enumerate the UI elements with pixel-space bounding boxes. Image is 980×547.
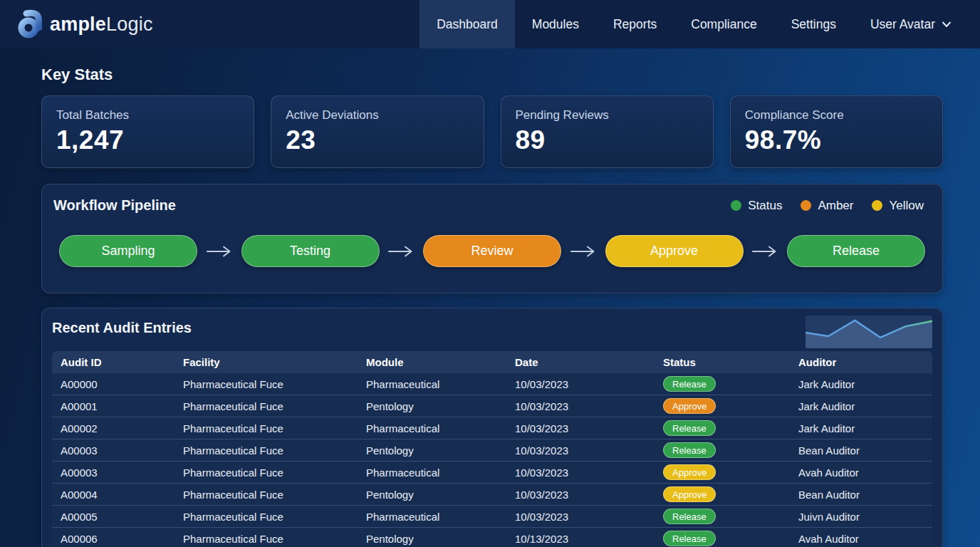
cell-facility: Pharmaceutical Fuce xyxy=(183,489,366,501)
brand-name-light: Logic xyxy=(106,14,153,35)
cell-module: Pentology xyxy=(366,444,515,457)
col-status: Status xyxy=(663,356,798,368)
stat-card-active-deviations: Active Deviations23 xyxy=(271,95,484,168)
workflow-pipeline-panel: Workflow Pipeline StatusAmberYellow Samp… xyxy=(41,184,943,293)
status-badge: Release xyxy=(663,420,716,436)
stage-arrow xyxy=(752,245,778,258)
stage-arrow xyxy=(388,245,414,258)
stat-card-value: 23 xyxy=(286,125,469,155)
arrow-right-icon xyxy=(207,245,232,258)
stat-cards: Total Batches1,247Active Deviations23Pen… xyxy=(41,95,943,168)
status-badge: Release xyxy=(663,509,716,524)
cell-facility: Pharmaceutical Fuce xyxy=(183,467,366,479)
table-row[interactable]: A00004Pharmaceutical FucePentology10/03/… xyxy=(52,484,932,506)
top-nav: ampleLogic DashboardModulesReportsCompli… xyxy=(0,0,980,48)
stage-release[interactable]: Release xyxy=(787,235,925,267)
user-menu[interactable]: User Avatar xyxy=(853,0,969,48)
cell-auditor: Juivn Auditor xyxy=(798,511,932,523)
legend-dot-icon xyxy=(801,200,811,211)
stat-card-label: Total Batches xyxy=(56,108,239,123)
legend-dot-icon xyxy=(731,200,741,211)
brand-logo[interactable]: ampleLogic xyxy=(17,9,153,40)
cell-auditor: Avah Auditor xyxy=(798,533,932,545)
cell-date: 10/03/2023 xyxy=(515,444,663,457)
stage-arrow xyxy=(207,245,232,258)
pipeline-legend: StatusAmberYellow xyxy=(731,199,931,213)
table-row[interactable]: A00002Pharmaceutical FucePharmaceutical1… xyxy=(52,417,932,439)
cell-module: Pentology xyxy=(366,533,515,545)
cell-auditor: Bean Auditor xyxy=(798,444,932,457)
cell-status: Release xyxy=(663,420,798,436)
cell-date: 10/13/2023 xyxy=(515,533,663,545)
cell-auditor: Jark Auditor xyxy=(798,400,932,412)
arrow-right-icon xyxy=(388,245,414,258)
status-badge: Release xyxy=(663,531,716,546)
arrow-right-icon xyxy=(752,245,778,258)
pipeline-title: Workflow Pipeline xyxy=(53,197,176,214)
user-menu-label: User Avatar xyxy=(870,17,935,32)
cell-facility: Pharmaceutical Fuce xyxy=(183,378,366,390)
cell-facility: Pharmaceutical Fuce xyxy=(183,511,366,523)
audit-table-header: Audit IDFacilityModuleDateStatusAuditor xyxy=(52,351,932,373)
brand-name-bold: ample xyxy=(50,14,106,35)
table-row[interactable]: A00005Pharmaceutical FucePharmaceutical1… xyxy=(52,506,932,528)
audit-sparkline-chart xyxy=(806,316,932,348)
cell-status: Approve xyxy=(663,486,798,502)
table-row[interactable]: A00003Pharmaceutical FucePharmaceutical1… xyxy=(52,462,932,484)
cell-audit-id: A00006 xyxy=(61,533,183,545)
stat-card-value: 98.7% xyxy=(745,125,928,155)
nav-item-modules[interactable]: Modules xyxy=(515,0,596,48)
legend-item-yellow: Yellow xyxy=(872,199,924,213)
legend-item-amber: Amber xyxy=(801,199,853,213)
table-row[interactable]: A00006Pharmaceutical FucePentology10/13/… xyxy=(52,528,932,547)
cell-status: Approve xyxy=(663,464,798,480)
cell-audit-id: A00003 xyxy=(61,444,183,457)
cell-module: Pentology xyxy=(366,489,515,501)
stage-arrow xyxy=(570,245,596,258)
legend-label: Amber xyxy=(818,199,853,213)
cell-audit-id: A00000 xyxy=(61,378,183,390)
dashboard-main: Key Stats Total Batches1,247Active Devia… xyxy=(0,48,980,547)
stat-card-value: 1,247 xyxy=(56,125,239,155)
cell-facility: Pharmaceutical Fuce xyxy=(183,444,366,457)
cell-status: Release xyxy=(663,531,798,546)
nav-items: DashboardModulesReportsComplianceSetting… xyxy=(419,0,969,48)
cell-status: Release xyxy=(663,376,798,392)
audit-table: Audit IDFacilityModuleDateStatusAuditor … xyxy=(52,351,932,547)
nav-item-compliance[interactable]: Compliance xyxy=(674,0,773,48)
table-row[interactable]: A00003Pharmaceutical FucePentology10/03/… xyxy=(52,439,932,462)
legend-label: Yellow xyxy=(889,199,924,213)
chevron-down-icon xyxy=(942,21,952,28)
table-row[interactable]: A00000Pharmaceutical FucePharmaceutical1… xyxy=(52,373,932,395)
status-badge: Approve xyxy=(663,464,716,480)
stat-card-pending-reviews: Pending Reviews89 xyxy=(501,95,714,168)
cell-date: 10/03/2023 xyxy=(515,378,663,390)
nav-item-settings[interactable]: Settings xyxy=(774,0,853,48)
col-audit-id: Audit ID xyxy=(61,356,183,368)
stage-testing[interactable]: Testing xyxy=(241,235,380,267)
cell-module: Pharmaceutical xyxy=(366,467,515,479)
cell-auditor: Avah Auditor xyxy=(798,467,932,479)
cell-audit-id: A00001 xyxy=(61,400,183,412)
table-row[interactable]: A00001Pharmaceutical FucePentology10/03/… xyxy=(52,395,932,417)
audit-title: Recent Audit Entries xyxy=(52,320,192,336)
col-date: Date xyxy=(515,356,663,368)
nav-item-reports[interactable]: Reports xyxy=(596,0,674,48)
cell-date: 10/03/2023 xyxy=(515,400,663,412)
cell-auditor: Jark Auditor xyxy=(798,422,932,434)
cell-status: Release xyxy=(663,509,798,524)
stat-card-label: Active Deviations xyxy=(286,108,469,123)
cell-facility: Pharmaceutical Fuce xyxy=(183,533,366,545)
stat-card-value: 89 xyxy=(516,125,699,155)
stat-card-label: Compliance Score xyxy=(745,108,928,123)
pipeline-stages: SamplingTestingReviewApproveRelease xyxy=(53,235,931,267)
stage-sampling[interactable]: Sampling xyxy=(59,235,197,267)
legend-dot-icon xyxy=(872,200,882,211)
cell-date: 10/03/2023 xyxy=(515,511,663,523)
stage-review[interactable]: Review xyxy=(423,235,561,267)
legend-label: Status xyxy=(748,199,782,213)
nav-item-dashboard[interactable]: Dashboard xyxy=(419,0,515,48)
cell-module: Pharmaceutical xyxy=(366,511,515,523)
stat-card-label: Pending Reviews xyxy=(516,108,699,123)
stage-approve[interactable]: Approve xyxy=(605,235,744,267)
